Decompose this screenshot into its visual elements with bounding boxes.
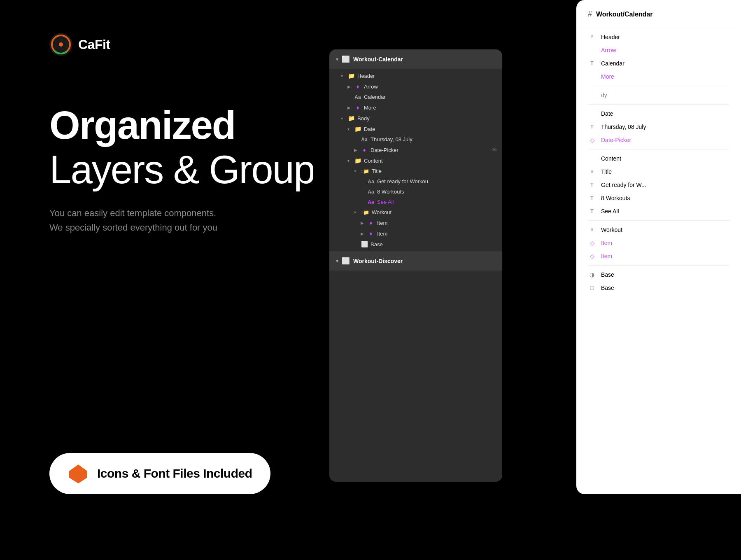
prop-name-body: dy bbox=[601, 92, 607, 98]
layer-item-seeall[interactable]: Aa See All bbox=[329, 197, 502, 207]
layer-name-item2: Item bbox=[377, 231, 497, 237]
text-t-icon: T bbox=[588, 124, 596, 130]
layer-name-arrow: Arrow bbox=[364, 84, 497, 90]
prop-divider bbox=[588, 86, 729, 86]
layer-name-item1: Item bbox=[377, 220, 497, 226]
text-type-icon: Aa bbox=[361, 137, 368, 142]
prop-name-title: Title bbox=[601, 168, 612, 175]
props-list: ⠿ Header Arrow T Calendar More dy bbox=[576, 27, 741, 298]
text-type-icon: Aa bbox=[367, 189, 375, 195]
expand-icon: ▶ bbox=[347, 105, 352, 110]
prop-item-header: ⠿ Header bbox=[576, 30, 741, 44]
square-o-icon: □ bbox=[588, 285, 596, 291]
prop-name-calendar: Calendar bbox=[601, 60, 624, 67]
right-section: ▾ ⬜ Workout-Calendar ▾ 📁 Header ▶ ♦ Arro… bbox=[313, 0, 741, 560]
monitor-icon: ⬜ bbox=[342, 55, 350, 63]
layers-panel: ▾ ⬜ Workout-Calendar ▾ 📁 Header ▶ ♦ Arro… bbox=[329, 49, 502, 482]
text-t-icon: T bbox=[588, 182, 596, 188]
layer-item-date[interactable]: ▾ 📁 Date bbox=[329, 124, 502, 134]
prop-name-more: More bbox=[601, 73, 614, 80]
layer-item-more[interactable]: ▶ ♦ More bbox=[329, 102, 502, 113]
prop-name-datepicker: Date-Picker bbox=[601, 137, 631, 143]
prop-name-arrow: Arrow bbox=[601, 47, 616, 54]
prop-name-thursday: Thursday, 08 July bbox=[601, 124, 646, 130]
prop-item-content: Content bbox=[576, 152, 741, 165]
layer-item-header[interactable]: ▾ 📁 Header bbox=[329, 70, 502, 81]
layer-name-content: Content bbox=[364, 158, 497, 164]
expand-icon: ▾ bbox=[354, 169, 358, 173]
text-type-icon: Aa bbox=[367, 179, 375, 184]
prop-divider bbox=[588, 104, 729, 105]
diamond-o-icon: ◇ bbox=[588, 137, 596, 143]
prop-name-item2: Item bbox=[601, 253, 612, 259]
layer-item-datepicker[interactable]: ▶ ♦ Date-Picker 👁 bbox=[329, 145, 502, 155]
expand-icon: ▾ bbox=[354, 210, 358, 215]
layer-item-title-group[interactable]: ▾ ↕📁 Title bbox=[329, 166, 502, 176]
component-icon: ♦ bbox=[361, 147, 368, 153]
cafit-logo-icon bbox=[49, 33, 72, 56]
layer-item-arrow[interactable]: ▶ ♦ Arrow bbox=[329, 81, 502, 92]
expand-icon: ▾ bbox=[341, 116, 345, 121]
folder-icon: 📁 bbox=[347, 115, 355, 121]
expand-icon: ▶ bbox=[361, 221, 365, 225]
layers-bottom-label: Workout-Discover bbox=[353, 258, 403, 264]
dots-icon: ⠿ bbox=[588, 227, 596, 233]
prop-name-item1: Item bbox=[601, 240, 612, 246]
logo-area: CaFit bbox=[49, 33, 338, 56]
prop-name-content: Content bbox=[601, 155, 621, 162]
folder-s-icon: ↕📁 bbox=[361, 168, 369, 174]
monitor-icon: ⬜ bbox=[342, 257, 350, 265]
folder-icon: 📁 bbox=[354, 157, 361, 164]
chevron-down-icon: ▾ bbox=[336, 56, 338, 62]
prop-name-getready: Get ready for W... bbox=[601, 182, 646, 188]
prop-name-date: Date bbox=[601, 110, 613, 117]
expand-icon: ▶ bbox=[347, 84, 352, 89]
layer-item-base[interactable]: ⬜ Base bbox=[329, 239, 502, 250]
layer-name-workout-group: Workout bbox=[372, 209, 497, 215]
hero-heading-2: Layers & Groups bbox=[49, 150, 338, 189]
expand-icon: ▾ bbox=[347, 159, 352, 163]
text-t-icon: T bbox=[588, 61, 596, 66]
prop-item-item1: ◇ Item bbox=[576, 236, 741, 250]
layer-name-8workouts: 8 Workouts bbox=[377, 189, 497, 195]
prop-item-base2: □ Base bbox=[576, 281, 741, 294]
layers-list: ▾ 📁 Header ▶ ♦ Arrow Aa Calendar ▶ ♦ Mor… bbox=[329, 69, 502, 251]
folder-s-icon: ↕📁 bbox=[361, 210, 369, 215]
text-t-icon: T bbox=[588, 195, 596, 201]
prop-item-base1: ◑ Base bbox=[576, 268, 741, 281]
prop-item-seeall: T See All bbox=[576, 205, 741, 218]
component-icon: ♦ bbox=[354, 104, 361, 111]
chevron-down-icon: ▾ bbox=[336, 258, 338, 264]
layer-item-item1[interactable]: ▶ ♦ Item bbox=[329, 217, 502, 228]
prop-name-header: Header bbox=[601, 34, 620, 40]
layer-item-content[interactable]: ▾ 📁 Content bbox=[329, 155, 502, 166]
layer-item-body[interactable]: ▾ 📁 Body bbox=[329, 113, 502, 124]
hero-heading-1: Organized bbox=[49, 105, 338, 145]
layer-name-date: Date bbox=[364, 126, 497, 132]
frame-icon: ⬜ bbox=[361, 241, 368, 247]
diamond-o-icon: ◇ bbox=[588, 253, 596, 259]
half-circle-icon: ◑ bbox=[588, 271, 596, 278]
layer-item-8workouts[interactable]: Aa 8 Workouts bbox=[329, 187, 502, 197]
prop-name-workout: Workout bbox=[601, 226, 622, 233]
prop-item-8workouts: T 8 Workouts bbox=[576, 191, 741, 205]
layer-item-getready[interactable]: Aa Get ready for Workou bbox=[329, 176, 502, 187]
layer-name-getready: Get ready for Workou bbox=[377, 178, 497, 184]
prop-item-date: Date bbox=[576, 107, 741, 120]
layer-item-calendar-text[interactable]: Aa Calendar bbox=[329, 92, 502, 102]
layers-root-label: Workout-Calendar bbox=[353, 56, 403, 63]
expand-icon: ▾ bbox=[347, 127, 352, 131]
diamond-o-icon: ◇ bbox=[588, 240, 596, 246]
layer-item-item2[interactable]: ▶ ♦ Item bbox=[329, 228, 502, 239]
layer-item-workout-group[interactable]: ▾ ↕📁 Workout bbox=[329, 207, 502, 217]
layer-item-thursday[interactable]: Aa Thursday, 08 July bbox=[329, 134, 502, 145]
dots-icon: ⠿ bbox=[588, 35, 596, 40]
prop-name-base1: Base bbox=[601, 271, 614, 278]
layers-panel-header: ▾ ⬜ Workout-Calendar bbox=[329, 49, 502, 69]
prop-item-calendar: T Calendar bbox=[576, 57, 741, 70]
svg-point-4 bbox=[59, 42, 63, 47]
prop-divider bbox=[588, 220, 729, 221]
prop-name-base2: Base bbox=[601, 285, 614, 291]
layer-name-calendar-text: Calendar bbox=[364, 94, 497, 100]
badge-icon bbox=[68, 463, 89, 484]
